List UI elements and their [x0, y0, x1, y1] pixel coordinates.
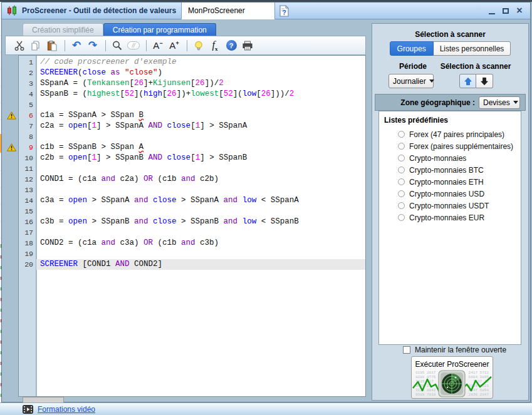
code-line-text[interactable]: SSpanA = (Tenkansen[26]+Kijunsen[26])/2	[36, 78, 365, 89]
checkbox-icon[interactable]	[403, 346, 410, 354]
code-line-text[interactable]: c2a = open[1] > SSpanA AND close[1] > SS…	[36, 121, 365, 131]
radio-icon[interactable]	[398, 155, 405, 161]
redo-icon[interactable]: ↷	[85, 38, 100, 53]
screener-info-icon[interactable]: ?	[279, 5, 289, 17]
tab-creation-par-programmation[interactable]: Création par programmation	[103, 23, 216, 36]
list-option-forex-principales[interactable]: Forex (47 paires principales)	[398, 128, 521, 140]
line-number: 8	[19, 131, 36, 142]
arrow-up-icon	[464, 77, 472, 86]
line-number: 7	[19, 121, 36, 131]
code-row[interactable]: 1// code proscreener d'exemple	[19, 57, 365, 68]
line-number: 15	[19, 206, 36, 217]
font-decrease-icon[interactable]: A−	[150, 38, 165, 53]
undo-icon[interactable]: ↶	[69, 38, 84, 53]
sort-buttons	[459, 74, 493, 88]
screener-name-tab[interactable]: MonProScreener	[181, 3, 275, 19]
code-line-text[interactable]: SSpanB = (highest[52](high[26])+lowest[5…	[36, 89, 365, 100]
code-row[interactable]: 17	[19, 227, 365, 238]
code-row[interactable]: 10c2b = open[1] > SSpanB AND close[1] > …	[19, 153, 365, 163]
print-icon[interactable]	[240, 38, 255, 53]
code-line-text[interactable]: c2b = open[1] > SSpanB AND close[1] > SS…	[36, 153, 365, 163]
help-icon[interactable]: ?	[224, 38, 239, 53]
line-number: 10	[19, 153, 36, 163]
radio-icon[interactable]	[398, 202, 405, 209]
titlebar[interactable]: ProScreener - Outil de détection de vale…	[2, 3, 530, 19]
radio-icon[interactable]	[398, 178, 405, 185]
radio-icon[interactable]	[398, 143, 405, 150]
line-number: 5	[19, 100, 36, 110]
editor-toolbar: ↶ ↷ // A− A+	[5, 36, 366, 55]
period-dropdown[interactable]: Journalier	[389, 74, 434, 88]
list-option-crypto-eur[interactable]: Crypto-monnaies EUR	[398, 212, 521, 223]
code-line-text[interactable]	[36, 227, 365, 238]
comment-icon[interactable]: //	[126, 38, 141, 53]
arrow-down-icon	[480, 77, 489, 86]
code-line-text[interactable]: SCREENER(close as "close")	[36, 68, 365, 78]
window-title: ProScreener - Outil de détection de vale…	[22, 6, 176, 15]
minimize-button[interactable]	[486, 5, 498, 16]
groups-button[interactable]: Groupes	[390, 41, 434, 56]
function-icon[interactable]: fx	[207, 38, 222, 53]
code-line-text[interactable]	[36, 163, 365, 174]
code-row[interactable]: 12COND1 = (c1a and c2a) OR (c1b and c2b)	[19, 174, 365, 185]
code-line-text[interactable]: c3b = open > SSpanB and close > SSpanB a…	[36, 217, 365, 227]
code-row[interactable]: 8	[19, 131, 365, 142]
code-row[interactable]: 11	[19, 163, 365, 174]
list-option-forex-supplementaires[interactable]: Forex (paires supplémentaires)	[398, 140, 521, 152]
line-number: 16	[19, 217, 36, 227]
code-line-text[interactable]: c1b = SSpanB > SSpan A	[36, 142, 365, 153]
code-line-text[interactable]	[36, 185, 365, 195]
maximize-button[interactable]	[500, 5, 511, 16]
code-line-text[interactable]: c1a = SSpanA > SSpan B	[36, 110, 365, 121]
keep-window-open-checkbox[interactable]: Maintenir la fenêtre ouverte	[403, 346, 506, 354]
execute-proscreener-button[interactable]: Exécuter ProScreener 6195 2617 8288 8776…	[411, 356, 493, 399]
code-line-text[interactable]	[36, 100, 365, 110]
hint-icon[interactable]	[191, 38, 206, 53]
code-line-text[interactable]	[36, 131, 365, 142]
radio-icon[interactable]	[398, 190, 405, 197]
code-row[interactable]: 13	[19, 185, 365, 195]
radio-icon[interactable]	[398, 167, 405, 173]
code-row[interactable]: 9c1b = SSpanB > SSpan A	[19, 142, 365, 153]
code-line-text[interactable]	[36, 248, 365, 259]
code-line-text[interactable]: // code proscreener d'exemple	[36, 57, 365, 68]
code-line-text[interactable]: SCREENER [COND1 AND COND2]	[36, 259, 365, 270]
tab-creation-simplifiee[interactable]: Création simplifiée	[23, 23, 103, 36]
code-row[interactable]: 16c3b = open > SSpanB and close > SSpanB…	[19, 217, 365, 227]
font-increase-icon[interactable]: A+	[167, 38, 182, 53]
personal-lists-button[interactable]: Listes personnelles	[434, 41, 511, 56]
code-row[interactable]: 18COND2 = (c1a and c3a) OR (c1b and c3b)	[19, 238, 365, 248]
cut-icon[interactable]	[12, 38, 27, 53]
search-icon[interactable]	[110, 38, 125, 53]
code-row[interactable]: 19	[19, 248, 365, 259]
paste-icon[interactable]	[44, 38, 60, 53]
sort-up-button[interactable]	[459, 74, 476, 88]
code-row[interactable]: 14c3a = open > SSpanA and close > SSpanA…	[19, 195, 365, 206]
list-option-crypto-eth[interactable]: Crypto-monnaies ETH	[398, 176, 521, 188]
execute-button-graphic: 6195 2617 8288 8776 7415 117 9668 23 312…	[412, 369, 493, 398]
radio-icon[interactable]	[398, 131, 405, 138]
code-row[interactable]: 3SSpanA = (Tenkansen[26]+Kijunsen[26])/2	[19, 78, 365, 89]
code-row[interactable]: 15	[19, 206, 365, 217]
code-row[interactable]: 20SCREENER [COND1 AND COND2]	[19, 259, 365, 270]
video-training-link[interactable]: Formations vidéo	[38, 405, 95, 414]
zone-dropdown[interactable]: Devises	[479, 96, 520, 109]
sort-down-button[interactable]	[476, 74, 493, 88]
radio-icon[interactable]	[398, 214, 405, 221]
code-editor[interactable]: 1// code proscreener d'exemple2SCREENER(…	[6, 55, 366, 397]
list-option-crypto-btc[interactable]: Crypto-monnaies BTC	[398, 164, 521, 176]
code-row[interactable]: 6c1a = SSpanA > SSpan B	[19, 110, 365, 121]
list-option-crypto-usd[interactable]: Crypto-monnaies USD	[398, 188, 521, 200]
code-line-text[interactable]: c3a = open > SSpanA and close > SSpanA a…	[36, 195, 365, 206]
code-line-text[interactable]: COND1 = (c1a and c2a) OR (c1b and c2b)	[36, 174, 365, 185]
code-row[interactable]: 5	[19, 100, 365, 110]
code-line-text[interactable]	[36, 206, 365, 217]
close-button[interactable]: ×	[514, 5, 525, 16]
list-option-crypto[interactable]: Crypto-monnaies	[398, 152, 521, 164]
copy-icon[interactable]	[28, 38, 43, 53]
code-row[interactable]: 4SSpanB = (highest[52](high[26])+lowest[…	[19, 89, 365, 100]
code-row[interactable]: 7c2a = open[1] > SSpanA AND close[1] > S…	[19, 121, 365, 131]
list-option-crypto-usdt[interactable]: Crypto-monnaies USDT	[398, 200, 521, 212]
code-row[interactable]: 2SCREENER(close as "close")	[19, 68, 365, 78]
code-line-text[interactable]: COND2 = (c1a and c3a) OR (c1b and c3b)	[36, 238, 365, 248]
